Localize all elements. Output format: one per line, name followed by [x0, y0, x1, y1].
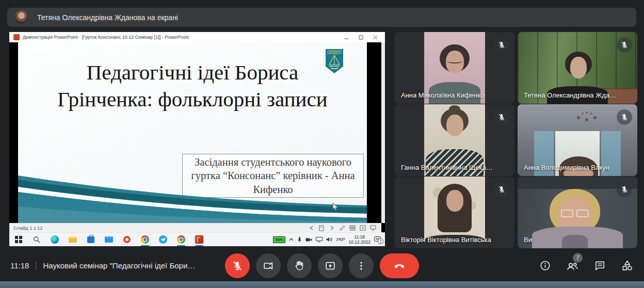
windows-taskbar: 93% УКР 11:18 10.12.2022 2	[9, 232, 385, 246]
participant-name: Ви	[524, 236, 532, 244]
slide-title: Педагогічні ідеї Бориса Грінченка: фольк…	[18, 59, 367, 113]
participant-name: Тетяна Олександрівна Жда…	[524, 91, 616, 99]
tray-mic-icon[interactable]	[297, 236, 302, 243]
call-controls	[225, 253, 419, 278]
participant-tile-shcheka[interactable]: Ганна Валентинівнна Щека…	[395, 104, 514, 176]
participants-count-badge: 7	[573, 253, 583, 263]
mic-off-icon	[617, 182, 632, 197]
more-options-button[interactable]	[349, 253, 374, 278]
edge-icon[interactable]	[50, 234, 60, 245]
search-icon[interactable]	[31, 234, 42, 245]
participant-tile-vakun[interactable]: Анна Володимирівна Вакун	[518, 104, 637, 176]
raise-hand-button[interactable]	[287, 253, 312, 278]
tray-speaker-icon[interactable]	[326, 237, 332, 242]
minimize-icon[interactable]	[341, 34, 352, 41]
slide-wave-decoration	[18, 171, 367, 223]
chandelier	[586, 111, 588, 114]
screen-share-view[interactable]: Демонстрація PowerPoint - [Гурток Консон…	[9, 32, 385, 246]
meet-bottom-bar: 11:18 Науковий семінар "Педагогічні ідеї…	[0, 250, 644, 281]
meeting-name: Науковий семінар "Педагогічні ідеї Бори…	[43, 261, 195, 270]
end-call-button[interactable]	[380, 253, 419, 278]
slide: Педагогічні ідеї Бориса Грінченка: фольк…	[18, 42, 367, 223]
mic-off-icon	[494, 182, 509, 197]
participant-name: Анна Володимирівна Вакун	[524, 164, 609, 171]
presenter-avatar	[14, 10, 28, 24]
presenting-banner-text: Тетяна Олександрівна Жданова на екрані	[37, 13, 178, 22]
clock-date[interactable]: 11:18 10.12.2022	[348, 234, 371, 245]
activities-icon[interactable]	[620, 259, 634, 273]
participant-name: Ганна Валентинівнна Щека…	[401, 164, 493, 171]
camera-button[interactable]	[256, 253, 281, 278]
battery-indicator[interactable]: 93%	[273, 236, 285, 243]
close-icon[interactable]	[369, 34, 381, 41]
hidden-icons-chevron-icon[interactable]	[289, 238, 294, 241]
taskbar-apps	[13, 234, 204, 245]
mic-off-icon	[617, 37, 632, 53]
mic-mute-button[interactable]	[225, 253, 250, 278]
powerpoint-app-icon	[13, 34, 20, 40]
powerpoint-statusbar: Слайд 1 з 12	[9, 223, 381, 232]
slide-canvas: Педагогічні ідеї Бориса Грінченка: фольк…	[9, 42, 381, 223]
tray-display-icon[interactable]	[316, 237, 323, 242]
chat-icon[interactable]	[593, 259, 606, 273]
tray-time: 11:18	[348, 234, 371, 239]
notifications-icon[interactable]: 2	[374, 236, 381, 243]
participant-tile-vytivska[interactable]: Вікторія Вікторівна Витівська	[395, 177, 514, 248]
system-tray: 93% УКР 11:18 10.12.2022 2	[273, 234, 381, 245]
meeting-panels: 7	[538, 259, 634, 273]
slide-indicator-icon	[317, 225, 326, 232]
all-slides-icon[interactable]	[348, 225, 357, 232]
tray-date: 10.12.2022	[348, 239, 371, 245]
start-button-icon[interactable]	[13, 234, 24, 245]
language-indicator[interactable]: УКР	[336, 237, 345, 242]
office-icon[interactable]	[122, 234, 132, 245]
mic-off-icon	[494, 109, 509, 125]
powerpoint-taskbar-icon[interactable]	[194, 234, 204, 245]
present-screen-button[interactable]	[318, 253, 343, 278]
participant-tile-kyfenko[interactable]: Анна Миколаївна Кифенко	[395, 32, 514, 104]
next-slide-icon[interactable]	[328, 225, 336, 232]
mouse-cursor	[332, 202, 339, 212]
window-scroll-edge	[381, 42, 385, 223]
pen-tool-icon[interactable]	[338, 225, 346, 232]
meeting-details-icon[interactable]	[538, 259, 552, 273]
participant-name: Анна Миколаївна Кифенко	[401, 91, 484, 99]
meeting-clock: 11:18	[10, 261, 29, 270]
mail-icon[interactable]	[104, 234, 114, 245]
chrome-profile-2-icon[interactable]	[176, 234, 186, 245]
participant-name: Вікторія Вікторівна Витівська	[401, 236, 491, 244]
microsoft-store-icon[interactable]	[86, 234, 96, 245]
participant-tile-zhdanova[interactable]: Тетяна Олександрівна Жда…	[518, 32, 637, 104]
tray-camera-icon[interactable]	[305, 237, 312, 242]
zoom-slide-icon[interactable]	[359, 225, 367, 232]
file-explorer-icon[interactable]	[68, 234, 78, 245]
desktop-edge-strip	[0, 281, 644, 288]
slide-counter: Слайд 1 з 12	[13, 225, 43, 231]
previous-slide-icon[interactable]	[307, 225, 315, 232]
powerpoint-titlebar: Демонстрація PowerPoint - [Гурток Консон…	[9, 32, 385, 42]
maximize-icon[interactable]	[355, 34, 366, 41]
notifications-badge: 2	[378, 238, 383, 244]
participants-icon[interactable]: 7	[566, 259, 579, 273]
divider	[36, 261, 36, 270]
mic-off-icon	[617, 109, 632, 125]
participant-tile-you[interactable]: Ви	[518, 177, 637, 248]
presenting-banner: Тетяна Олександрівна Жданова на екрані	[7, 8, 636, 27]
powerpoint-window-title: Демонстрація PowerPoint - [Гурток Консон…	[23, 35, 337, 40]
mic-off-icon	[494, 37, 509, 53]
telegram-icon[interactable]	[158, 234, 168, 245]
display-settings-icon[interactable]	[369, 225, 377, 232]
chrome-icon[interactable]	[140, 234, 150, 245]
